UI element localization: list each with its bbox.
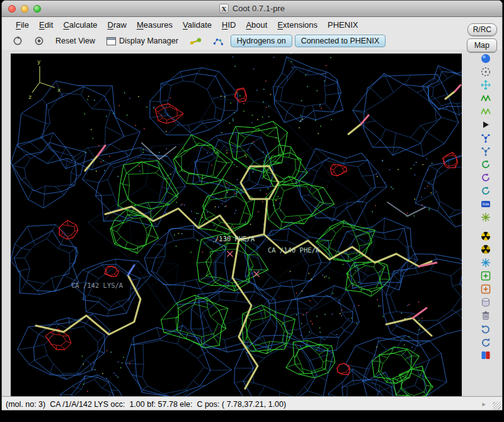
menu-edit[interactable]: Edit xyxy=(34,19,58,31)
menu-extensions[interactable]: Extensions xyxy=(272,19,323,31)
side-buttons: R/RC Map xyxy=(467,23,497,52)
minimize-button[interactable] xyxy=(21,5,28,13)
rotamers-icon[interactable] xyxy=(476,157,495,171)
ligand-icon xyxy=(213,37,224,45)
refresh-view-button[interactable] xyxy=(8,34,27,48)
main-area: y x z /130 PHE/A CA /140 PHE/A CA /142 L… xyxy=(2,50,502,396)
menubar: FileEditCalculateDrawMeasuresValidateHID… xyxy=(2,17,502,32)
axis-y-label: y xyxy=(37,59,41,65)
record-icon xyxy=(34,36,44,46)
map-button[interactable]: Map xyxy=(467,38,497,52)
close-button[interactable] xyxy=(8,5,16,13)
rrc-button[interactable]: R/RC xyxy=(467,23,497,36)
app-window: X Coot 0.7.1-pre FileEditCalculateDrawMe… xyxy=(1,0,503,411)
menu-about[interactable]: About xyxy=(241,19,272,31)
right-toolbar: Side xyxy=(469,50,502,396)
side-chain-icon[interactable]: Side xyxy=(476,197,495,210)
add-alt-conf-icon[interactable] xyxy=(476,282,495,295)
display-manager-label: Display Manager xyxy=(119,37,178,45)
display-manager-button[interactable]: Display Manager xyxy=(102,35,183,47)
axes-widget: y x z xyxy=(27,56,71,101)
titlebar[interactable]: X Coot 0.7.1-pre xyxy=(2,1,502,17)
torsion-general-icon[interactable] xyxy=(476,184,495,197)
menu-file[interactable]: File xyxy=(11,19,34,31)
redo-icon[interactable] xyxy=(476,335,495,348)
toolbar: Reset View Display Manager H xyxy=(2,32,502,50)
menu-phenix[interactable]: PHENIX xyxy=(323,19,363,31)
gl-canvas[interactable]: y x z /130 PHE/A CA /140 PHE/A CA /142 L… xyxy=(11,54,462,396)
axis-x-label: x xyxy=(57,87,61,93)
resize-grip[interactable] xyxy=(493,402,501,410)
regularize-icon[interactable] xyxy=(476,105,495,118)
move-axes-icon[interactable] xyxy=(476,78,495,91)
undo-icon[interactable] xyxy=(476,322,495,335)
rotate-translate-icon[interactable] xyxy=(476,131,495,144)
edit-chi-angles-icon[interactable] xyxy=(476,171,495,184)
phenix-connection-button[interactable]: Connected to PHENIX xyxy=(295,35,386,47)
traffic-lights xyxy=(8,5,41,13)
play-icon[interactable] xyxy=(476,118,495,131)
clock-icon[interactable] xyxy=(476,65,495,78)
symmetry-icon[interactable] xyxy=(476,229,495,242)
refresh-icon xyxy=(13,36,23,46)
statusbar-expand-icon[interactable]: ▸ xyxy=(482,400,486,408)
issues-flag-icon[interactable] xyxy=(476,348,495,362)
status-text: (mol. no: 3) CA /1/A/142 LYS occ: 1.00 b… xyxy=(6,400,286,409)
add-terminal-residue-icon[interactable] xyxy=(476,269,495,282)
statusbar: (mol. no: 3) CA /1/A/142 LYS occ: 1.00 b… xyxy=(2,396,502,411)
record-view-button[interactable] xyxy=(30,34,49,48)
window-icon xyxy=(106,37,116,45)
svg-text:Side: Side xyxy=(483,202,490,206)
sphere-icon[interactable] xyxy=(476,52,495,65)
menu-calculate[interactable]: Calculate xyxy=(58,19,102,31)
mutate-icon[interactable] xyxy=(476,210,495,224)
auto-fit-rotamer-icon[interactable] xyxy=(476,144,495,157)
radiation-icon[interactable] xyxy=(476,242,495,256)
menu-draw[interactable]: Draw xyxy=(103,19,132,31)
go-to-atom-button[interactable] xyxy=(185,35,206,47)
go-to-atom-icon xyxy=(190,37,202,45)
real-space-refine-icon[interactable] xyxy=(476,91,495,105)
window-title: Coot 0.7.1-pre xyxy=(232,4,285,13)
density-scene xyxy=(11,54,462,396)
reset-view-button[interactable]: Reset View xyxy=(51,35,100,47)
peptide-cylinder-icon[interactable] xyxy=(476,295,495,309)
window-title-area: X Coot 0.7.1-pre xyxy=(219,4,285,13)
axis-z-label: z xyxy=(28,94,32,100)
zoom-button[interactable] xyxy=(33,5,41,13)
hydrogens-toggle-button[interactable]: Hydrogens on xyxy=(231,35,292,47)
menu-validate[interactable]: Validate xyxy=(178,19,217,31)
delete-icon[interactable] xyxy=(476,309,495,322)
menu-hid[interactable]: HID xyxy=(217,19,241,31)
jligand-icon[interactable] xyxy=(476,256,495,269)
ligand-builder-button[interactable] xyxy=(209,35,228,47)
x11-app-icon: X xyxy=(219,4,229,13)
menu-measures[interactable]: Measures xyxy=(132,19,178,31)
